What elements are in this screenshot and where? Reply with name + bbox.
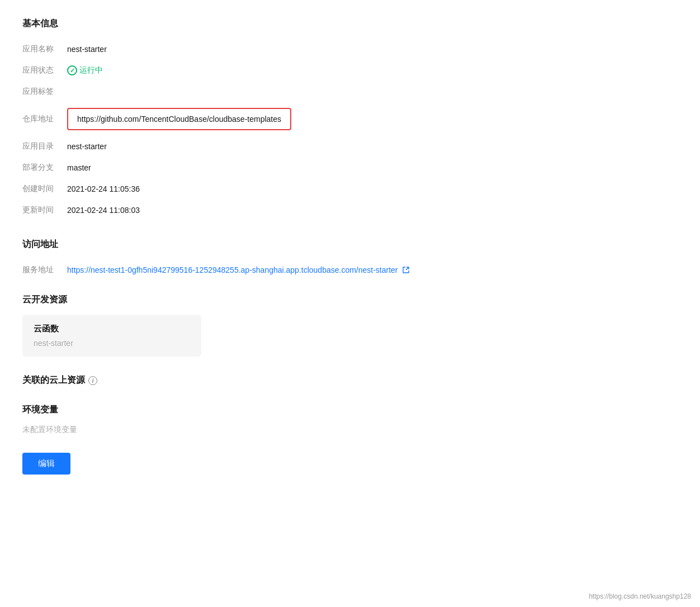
access-address-section: 访问地址 服务地址 https://nest-test1-0gfh5ni9427…	[22, 239, 678, 281]
env-vars-section: 环境变量 未配置环境变量	[22, 404, 678, 435]
service-url-text: https://nest-test1-0gfh5ni942799516-1252…	[67, 265, 398, 274]
repo-box: https://github.com/TencentCloudBase/clou…	[67, 108, 291, 130]
info-icon: i	[88, 376, 97, 385]
cloud-function-title: 云函数	[34, 324, 190, 334]
deploy-branch-value: master	[67, 163, 91, 172]
repo-row: 仓库地址 https://github.com/TencentCloudBase…	[22, 102, 678, 136]
app-name-row: 应用名称 nest-starter	[22, 39, 678, 60]
create-time-value: 2021-02-24 11:05:36	[67, 184, 140, 193]
app-dir-label: 应用目录	[22, 141, 67, 151]
update-time-value: 2021-02-24 11:08:03	[67, 206, 140, 215]
create-time-label: 创建时间	[22, 184, 67, 194]
env-vars-title: 环境变量	[22, 404, 678, 416]
service-label: 服务地址	[22, 265, 67, 275]
update-time-label: 更新时间	[22, 205, 67, 215]
app-name-value: nest-starter	[67, 45, 107, 54]
basic-info-table: 应用名称 nest-starter 应用状态 运行中 应用标签 仓库地址 htt…	[22, 39, 678, 221]
create-time-row: 创建时间 2021-02-24 11:05:36	[22, 178, 678, 200]
app-name-label: 应用名称	[22, 44, 67, 54]
external-link-icon	[401, 265, 410, 274]
related-cloud-section: 关联的云上资源 i	[22, 374, 678, 386]
app-status-value: 运行中	[67, 65, 103, 75]
app-tag-label: 应用标签	[22, 87, 67, 97]
related-cloud-header: 关联的云上资源 i	[22, 374, 678, 386]
basic-info-section: 基本信息 应用名称 nest-starter 应用状态 运行中 应用标签 仓库地…	[22, 18, 678, 221]
running-check-icon	[67, 65, 77, 75]
cloud-function-card: 云函数 nest-starter	[22, 315, 201, 357]
app-dir-row: 应用目录 nest-starter	[22, 136, 678, 157]
service-address-row: 服务地址 https://nest-test1-0gfh5ni942799516…	[22, 259, 678, 281]
status-text: 运行中	[79, 65, 103, 75]
cloud-resources-section: 云开发资源 云函数 nest-starter	[22, 294, 678, 357]
access-address-title: 访问地址	[22, 239, 678, 250]
app-tag-row: 应用标签	[22, 81, 678, 102]
app-status-row: 应用状态 运行中	[22, 60, 678, 81]
basic-info-title: 基本信息	[22, 18, 678, 30]
deploy-branch-row: 部署分支 master	[22, 157, 678, 178]
service-url-link[interactable]: https://nest-test1-0gfh5ni942799516-1252…	[67, 265, 410, 274]
repo-label: 仓库地址	[22, 114, 67, 124]
app-dir-value: nest-starter	[67, 142, 107, 151]
deploy-branch-label: 部署分支	[22, 163, 67, 173]
cloud-function-name: nest-starter	[34, 339, 190, 348]
env-empty-text: 未配置环境变量	[22, 425, 678, 435]
app-status-label: 应用状态	[22, 65, 67, 75]
related-cloud-title: 关联的云上资源	[22, 374, 85, 386]
cloud-resources-title: 云开发资源	[22, 294, 678, 306]
edit-button[interactable]: 编辑	[22, 453, 70, 475]
repo-value: https://github.com/TencentCloudBase/clou…	[77, 115, 281, 124]
update-time-row: 更新时间 2021-02-24 11:08:03	[22, 200, 678, 221]
